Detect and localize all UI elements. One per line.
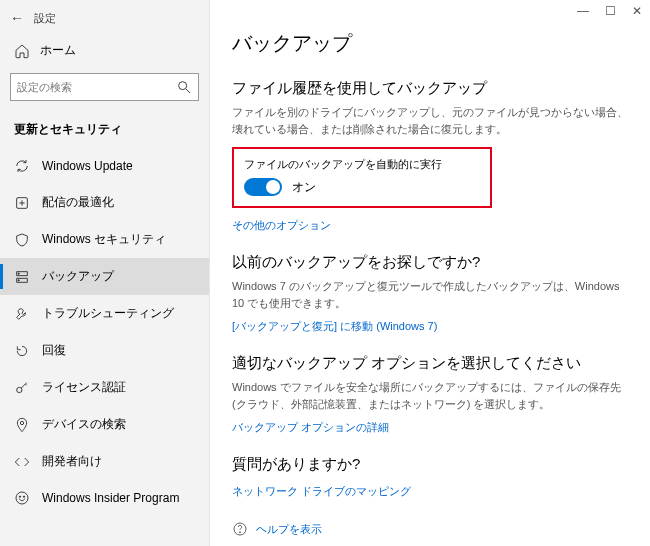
previous-heading: 以前のバックアップをお探しですか? xyxy=(232,253,628,272)
page-title: バックアップ xyxy=(232,30,628,57)
sidebar-item-label: デバイスの検索 xyxy=(42,416,126,433)
svg-point-9 xyxy=(23,496,24,497)
choose-link[interactable]: バックアップ オプションの詳細 xyxy=(232,420,389,435)
svg-point-8 xyxy=(19,496,20,497)
previous-link[interactable]: [バックアップと復元] に移動 (Windows 7) xyxy=(232,319,437,334)
search-icon xyxy=(176,79,192,95)
file-history-desc: ファイルを別のドライブにバックアップし、元のファイルが見つからない場合、壊れてい… xyxy=(232,104,628,137)
home-nav[interactable]: ホーム xyxy=(0,36,209,65)
sidebar-item-delivery-optimization[interactable]: 配信の最適化 xyxy=(0,184,209,221)
search-box[interactable] xyxy=(10,73,199,101)
sidebar-item-recovery[interactable]: 回復 xyxy=(0,332,209,369)
svg-point-6 xyxy=(20,421,23,424)
choose-heading: 適切なバックアップ オプションを選択してください xyxy=(232,354,628,373)
back-button[interactable]: ← xyxy=(10,10,24,26)
previous-backup-section: 以前のバックアップをお探しですか? Windows 7 のバックアップと復元ツー… xyxy=(232,253,628,334)
svg-point-11 xyxy=(239,532,240,533)
previous-desc: Windows 7 のバックアップと復元ツールで作成したバックアップは、Wind… xyxy=(232,278,628,311)
question-section: 質問がありますか? ネットワーク ドライブのマッピング xyxy=(232,455,628,499)
window-controls: — ☐ ✕ xyxy=(577,4,642,18)
sidebar-item-label: 回復 xyxy=(42,342,66,359)
sidebar-item-find-device[interactable]: デバイスの検索 xyxy=(0,406,209,443)
home-icon xyxy=(14,43,30,59)
sidebar-item-troubleshoot[interactable]: トラブルシューティング xyxy=(0,295,209,332)
help-icon xyxy=(232,521,248,537)
maximize-button[interactable]: ☐ xyxy=(605,4,616,18)
troubleshoot-icon xyxy=(14,306,30,322)
svg-point-4 xyxy=(18,279,19,280)
sidebar-item-developers[interactable]: 開発者向け xyxy=(0,443,209,480)
home-label: ホーム xyxy=(40,42,76,59)
auto-backup-toggle[interactable] xyxy=(244,178,282,196)
titlebar: ← 設定 xyxy=(0,4,209,36)
svg-point-7 xyxy=(16,492,28,504)
sync-icon xyxy=(14,158,30,174)
sidebar-item-label: バックアップ xyxy=(42,268,114,285)
svg-line-1 xyxy=(186,89,190,93)
footer-links: ヘルプを表示 フィードバックの送信 xyxy=(232,521,628,546)
sidebar-item-label: 配信の最適化 xyxy=(42,194,114,211)
sidebar-item-windows-update[interactable]: Windows Update xyxy=(0,148,209,184)
backup-icon xyxy=(14,269,30,285)
auto-backup-highlight: ファイルのバックアップを自動的に実行 オン xyxy=(232,147,492,208)
svg-point-0 xyxy=(179,82,187,90)
sidebar-item-label: Windows Insider Program xyxy=(42,491,179,505)
question-heading: 質問がありますか? xyxy=(232,455,628,474)
file-history-heading: ファイル履歴を使用してバックアップ xyxy=(232,79,628,98)
recovery-icon xyxy=(14,343,30,359)
help-link[interactable]: ヘルプを表示 xyxy=(256,522,322,537)
file-history-section: ファイル履歴を使用してバックアップ ファイルを別のドライブにバックアップし、元の… xyxy=(232,79,628,233)
auto-backup-label: ファイルのバックアップを自動的に実行 xyxy=(244,157,480,172)
choose-desc: Windows でファイルを安全な場所にバックアップするには、ファイルの保存先 … xyxy=(232,379,628,412)
window-title: 設定 xyxy=(34,11,56,26)
shield-icon xyxy=(14,232,30,248)
sidebar-item-label: 開発者向け xyxy=(42,453,102,470)
svg-point-3 xyxy=(18,273,19,274)
question-link[interactable]: ネットワーク ドライブのマッピング xyxy=(232,484,411,499)
sidebar-section-header: 更新とセキュリティ xyxy=(0,113,209,148)
sidebar-item-windows-security[interactable]: Windows セキュリティ xyxy=(0,221,209,258)
sidebar-item-label: Windows セキュリティ xyxy=(42,231,166,248)
optimization-icon xyxy=(14,195,30,211)
more-options-link[interactable]: その他のオプション xyxy=(232,218,331,233)
search-input[interactable] xyxy=(17,81,176,93)
key-icon xyxy=(14,380,30,396)
sidebar: ← 設定 ホーム 更新とセキュリティ Windows Update 配信の最適化 xyxy=(0,0,210,546)
sidebar-item-insider[interactable]: Windows Insider Program xyxy=(0,480,209,516)
minimize-button[interactable]: — xyxy=(577,4,589,18)
code-icon xyxy=(14,454,30,470)
toggle-state-label: オン xyxy=(292,179,316,196)
sidebar-item-backup[interactable]: バックアップ xyxy=(0,258,209,295)
location-icon xyxy=(14,417,30,433)
choose-option-section: 適切なバックアップ オプションを選択してください Windows でファイルを安… xyxy=(232,354,628,435)
sidebar-item-label: Windows Update xyxy=(42,159,133,173)
svg-point-5 xyxy=(17,387,22,392)
help-row[interactable]: ヘルプを表示 xyxy=(232,521,628,537)
main-content: — ☐ ✕ バックアップ ファイル履歴を使用してバックアップ ファイルを別のドラ… xyxy=(210,0,650,546)
close-button[interactable]: ✕ xyxy=(632,4,642,18)
insider-icon xyxy=(14,490,30,506)
sidebar-item-activation[interactable]: ライセンス認証 xyxy=(0,369,209,406)
sidebar-item-label: ライセンス認証 xyxy=(42,379,126,396)
sidebar-item-label: トラブルシューティング xyxy=(42,305,174,322)
